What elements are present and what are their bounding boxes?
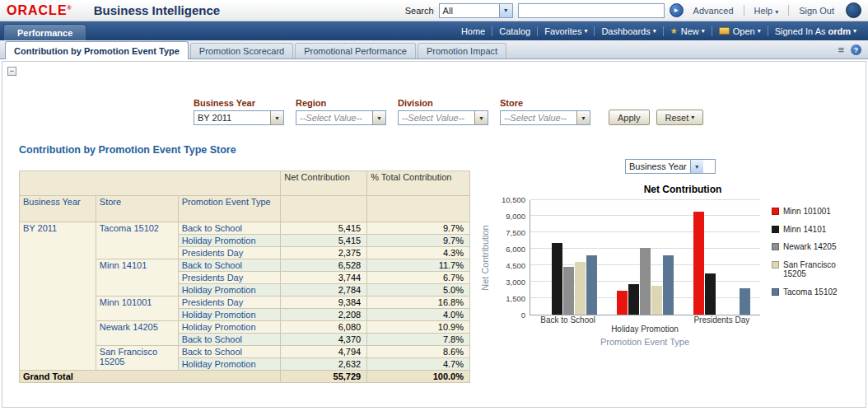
cell-promotion-event-type[interactable]: Back to School	[178, 222, 281, 235]
nav-link-new[interactable]: ★New▾	[664, 26, 712, 36]
bar-san-francisco-15205-back-to-school[interactable]	[575, 262, 586, 315]
x-tick-label-presidents-day: Presidents Day	[684, 315, 760, 325]
bar-groups	[530, 200, 760, 315]
signed-in-menu[interactable]: Signed In Asordm▾	[768, 26, 863, 36]
cell-promotion-event-type[interactable]: Back to School	[178, 259, 281, 272]
page-tabs: Contribution by Promotion Event TypeProm…	[5, 41, 508, 58]
caret-down-icon: ▾	[702, 27, 705, 35]
bar-tacoma-15102-presidents-day[interactable]	[740, 288, 750, 315]
tab-promotion-scorecard[interactable]: Promotion Scorecard	[190, 43, 293, 58]
cell-store[interactable]: Tacoma 15102	[96, 222, 178, 259]
legend-label: Minn 101001	[783, 207, 831, 217]
cell-promotion-event-type[interactable]: Presidents Day	[178, 247, 281, 259]
bar-tacoma-15102-holiday-promotion[interactable]	[663, 255, 674, 315]
cell-pct-total-contribution: 7.8%	[367, 334, 470, 346]
cell-promotion-event-type[interactable]: Holiday Promotion	[178, 309, 281, 321]
pivot-table: Net Contribution % Total Contribution Bu…	[19, 170, 470, 383]
tab-promotional-performance[interactable]: Promotional Performance	[295, 43, 416, 58]
bar-minn-101001-holiday-promotion[interactable]	[617, 291, 628, 315]
legend-label: San Francisco 15205	[783, 260, 844, 279]
prompt-bar: Business YearBY 2011▼Region--Select Valu…	[194, 98, 703, 125]
cell-net-contribution: 4,794	[281, 346, 367, 358]
advanced-link[interactable]: Advanced	[688, 6, 739, 16]
cell-promotion-event-type[interactable]: Presidents Day	[178, 297, 281, 309]
prompt-label: Business Year	[194, 98, 284, 108]
bar-minn-14101-holiday-promotion[interactable]	[628, 284, 639, 315]
nav-link-label: Catalog	[499, 26, 530, 36]
dropdown-arrow-icon: ▼	[372, 111, 385, 124]
cell-promotion-event-type[interactable]: Holiday Promotion	[178, 321, 281, 334]
nav-link-catalog[interactable]: Catalog	[492, 26, 537, 36]
page-options-icon[interactable]: ≡	[838, 46, 844, 54]
cell-store[interactable]: Minn 101001	[96, 297, 178, 321]
search-input[interactable]	[518, 3, 665, 18]
legend-label: Newark 14205	[783, 242, 836, 252]
bar-minn-14101-back-to-school[interactable]	[552, 243, 562, 315]
cell-promotion-event-type[interactable]: Holiday Promotion	[178, 358, 281, 371]
cell-net-contribution: 6,528	[281, 259, 367, 272]
help-icon[interactable]: ?	[851, 44, 861, 55]
legend-item-tacoma-15102: Tacoma 15102	[772, 287, 844, 297]
header-pct-total-contribution: % Total Contribution	[367, 171, 470, 196]
collapse-section-icon[interactable]: −	[7, 67, 16, 76]
cell-pct-total-contribution: 4.3%	[367, 247, 470, 259]
header-store: Store	[96, 196, 178, 222]
bar-san-francisco-15205-holiday-promotion[interactable]	[651, 286, 662, 315]
bar-newark-14205-holiday-promotion[interactable]	[640, 248, 651, 315]
dashboard-content: − Business YearBY 2011▼Region--Select Va…	[2, 61, 866, 408]
nav-link-favorites[interactable]: Favorites▾	[538, 26, 594, 36]
section-title: Contribution by Promotion Event Type Sto…	[19, 144, 236, 156]
sign-out-link[interactable]: Sign Out	[794, 6, 839, 16]
dropdown-arrow-icon[interactable]: ▼	[690, 160, 703, 173]
nav-link-home[interactable]: Home	[455, 26, 492, 36]
search-go-button[interactable]: ►	[670, 3, 684, 17]
cell-business-year[interactable]: BY 2011	[20, 222, 96, 371]
global-nav-links: HomeCatalogFavorites▾Dashboards▾★New▾Ope…	[455, 21, 868, 40]
legend-swatch	[772, 243, 779, 250]
prompt-select-region[interactable]: --Select Value--▼	[296, 110, 386, 125]
divider	[788, 5, 789, 16]
chart-view-select[interactable]: Business Year ▼	[625, 159, 716, 174]
tab-promotion-impact[interactable]: Promotion Impact	[418, 43, 506, 58]
bar-minn-14101-presidents-day[interactable]	[705, 273, 716, 315]
header-corner	[20, 171, 281, 196]
chart-view-row: Business Year ▼	[478, 159, 866, 175]
cell-promotion-event-type[interactable]: Back to School	[178, 334, 281, 346]
bar-group-back-to-school	[530, 243, 607, 315]
bar-minn-101001-presidents-day[interactable]	[693, 212, 704, 315]
bar-tacoma-15102-back-to-school[interactable]	[586, 255, 597, 315]
caret-down-icon: ▾	[584, 27, 587, 35]
search-scope-select[interactable]: All ▼	[439, 3, 513, 18]
help-menu[interactable]: Help▾	[749, 6, 784, 16]
nav-link-open[interactable]: Open▾	[712, 26, 768, 36]
apply-button[interactable]: Apply	[609, 110, 650, 125]
cell-net-contribution: 9,384	[281, 297, 367, 309]
cell-net-contribution: 2,208	[281, 309, 367, 321]
nav-link-label: New	[681, 26, 699, 36]
dropdown-arrow-icon[interactable]: ▼	[499, 4, 512, 17]
y-axis-title: Net Contribution	[478, 200, 492, 315]
prompt-value: --Select Value--	[399, 111, 474, 124]
prompt-select-business-year[interactable]: BY 2011▼	[194, 110, 284, 125]
dashboard-tab-performance[interactable]: Performance	[3, 24, 86, 40]
x-tick-label-holiday-promotion: Holiday Promotion	[606, 315, 683, 334]
cell-promotion-event-type[interactable]: Back to School	[178, 346, 281, 358]
cell-promotion-event-type[interactable]: Holiday Promotion	[178, 284, 281, 297]
prompt-select-store[interactable]: --Select Value--▼	[500, 110, 590, 125]
plot-area	[530, 200, 760, 315]
cell-promotion-event-type[interactable]: Presidents Day	[178, 272, 281, 284]
cell-promotion-event-type[interactable]: Holiday Promotion	[178, 235, 281, 247]
nav-link-dashboards[interactable]: Dashboards▾	[595, 26, 662, 36]
prompt-division: Division--Select Value--▼	[398, 98, 488, 125]
nav-link-label: Open	[733, 26, 755, 36]
cell-store[interactable]: San Francisco 15205	[96, 346, 178, 371]
cell-store[interactable]: Minn 14101	[96, 259, 178, 297]
bar-newark-14205-back-to-school[interactable]	[563, 267, 574, 315]
prompt-select-division[interactable]: --Select Value--▼	[398, 110, 488, 125]
header-business-year: Business Year	[20, 196, 96, 222]
grand-total-pct: 100.0%	[367, 371, 470, 383]
grand-total-label: Grand Total	[20, 371, 281, 383]
tab-contribution-by-promotion-event-type[interactable]: Contribution by Promotion Event Type	[5, 41, 189, 59]
reset-button[interactable]: Reset▾	[656, 110, 704, 125]
cell-store[interactable]: Newark 14205	[96, 321, 178, 346]
